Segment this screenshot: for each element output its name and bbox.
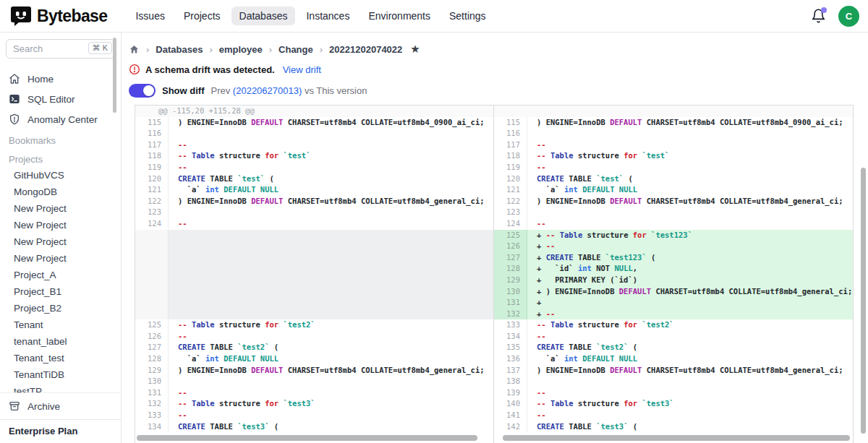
nav-item-instances[interactable]: Instances bbox=[298, 7, 357, 25]
line-number: 118 bbox=[494, 150, 527, 162]
line-number bbox=[135, 230, 169, 241]
sidebar-nav: Home SQL Editor Anomaly Center bbox=[0, 69, 121, 129]
code-line: `a` int DEFAULT NULL bbox=[169, 353, 493, 365]
nav-item-settings[interactable]: Settings bbox=[441, 7, 494, 25]
sidebar-project-item[interactable]: Project_A bbox=[0, 267, 121, 283]
nav-item-issues[interactable]: Issues bbox=[127, 7, 172, 25]
code-line: -- bbox=[169, 387, 493, 399]
sidebar-project-item[interactable]: GitHubVCS bbox=[0, 167, 121, 184]
top-navbar: Bytebase IssuesProjectsDatabasesInstance… bbox=[0, 0, 868, 33]
sidebar-project-item[interactable]: New Project bbox=[0, 250, 121, 267]
view-drift-link[interactable]: View drift bbox=[283, 64, 321, 75]
diff-code-row: 117-- bbox=[135, 139, 493, 151]
line-number bbox=[135, 309, 169, 320]
diff-code-row: 131-- bbox=[135, 387, 493, 399]
sidebar-bottom: Archive bbox=[0, 392, 121, 419]
breadcrumb-home-icon[interactable] bbox=[129, 44, 140, 55]
sidebar-item-label: Home bbox=[27, 74, 54, 85]
code-line bbox=[527, 128, 853, 139]
sidebar-section-bookmarks: Bookmarks bbox=[0, 129, 121, 148]
diff-panel-previous: @@ -115,20 +115,28 @@115) ENGINE=InnoDB … bbox=[135, 106, 494, 443]
breadcrumb-separator: › bbox=[146, 44, 149, 55]
sidebar-project-item[interactable]: MongoDB bbox=[0, 184, 121, 200]
code-line: CREATE TABLE `test3` ( bbox=[169, 421, 493, 433]
nav-item-projects[interactable]: Projects bbox=[176, 7, 229, 25]
star-icon[interactable]: ★ bbox=[410, 43, 420, 56]
diff-code-row: 123 bbox=[494, 207, 853, 218]
sidebar-project-item[interactable]: New Project bbox=[0, 200, 121, 217]
sidebar-item-label: Archive bbox=[27, 401, 60, 412]
line-number: 121 bbox=[494, 184, 527, 196]
diff-code-row: 118-- Table structure for `test` bbox=[135, 150, 493, 162]
breadcrumb-separator: › bbox=[269, 44, 272, 55]
breadcrumb-item[interactable]: 20221202074022 bbox=[329, 44, 402, 55]
sidebar-item-archive[interactable]: Archive bbox=[0, 396, 121, 416]
breadcrumb-item[interactable]: Change bbox=[278, 44, 313, 55]
diff-code-row: 136 `a` int DEFAULT NULL bbox=[494, 353, 853, 365]
code-line: -- bbox=[169, 410, 493, 421]
breadcrumb-separator: › bbox=[320, 44, 323, 55]
line-number: 126 bbox=[494, 241, 527, 252]
prev-version-link[interactable]: (202206270013) bbox=[233, 85, 302, 96]
diff-code-row: 120CREATE TABLE `test` ( bbox=[494, 173, 853, 185]
sidebar-project-item[interactable]: Project_B1 bbox=[0, 283, 121, 300]
line-number: 115 bbox=[135, 117, 169, 129]
breadcrumb-item[interactable]: employee bbox=[219, 44, 263, 55]
code-line: -- Table structure for `test2` bbox=[527, 319, 853, 331]
line-number: 129 bbox=[135, 365, 169, 377]
breadcrumb-item[interactable]: Databases bbox=[156, 44, 203, 55]
sidebar-project-item[interactable]: tenant_label bbox=[0, 333, 121, 350]
code-line: + -- bbox=[527, 241, 853, 252]
sidebar-project-item[interactable]: TenantTiDB bbox=[0, 366, 121, 383]
line-number bbox=[135, 263, 169, 275]
anomaly-center-icon bbox=[9, 113, 20, 125]
diff-code-row: 140-- Table structure for `test3` bbox=[494, 398, 853, 410]
line-number: 129 bbox=[494, 275, 527, 286]
diff-code-row: 122) ENGINE=InnoDB DEFAULT CHARSET=utf8m… bbox=[494, 196, 853, 207]
line-number bbox=[135, 297, 169, 309]
sidebar-project-item[interactable]: Project_B2 bbox=[0, 300, 121, 317]
sidebar-item-home[interactable]: Home bbox=[0, 69, 121, 89]
line-number: 126 bbox=[135, 331, 169, 343]
line-number: 120 bbox=[494, 173, 527, 185]
sidebar-project-item[interactable]: Tenant bbox=[0, 317, 121, 333]
diff-code-row: 123 bbox=[135, 207, 493, 218]
show-diff-toggle[interactable] bbox=[129, 84, 156, 98]
code-line: `a` int DEFAULT NULL bbox=[527, 353, 853, 365]
code-line: -- Table structure for `test` bbox=[169, 150, 493, 162]
sidebar-project-item[interactable]: New Project bbox=[0, 233, 121, 250]
diff-code-row: 132-- Table structure for `test3` bbox=[135, 398, 493, 410]
code-line: CREATE TABLE `test` ( bbox=[169, 173, 493, 185]
notifications-button[interactable] bbox=[811, 8, 827, 24]
avatar[interactable]: C bbox=[838, 6, 859, 27]
diff-code-row: 120CREATE TABLE `test` ( bbox=[135, 173, 493, 185]
brand-name: Bytebase bbox=[37, 7, 107, 26]
diff-code-row: 121 `a` int DEFAULT NULL bbox=[135, 184, 493, 196]
code-line bbox=[169, 252, 493, 264]
horizontal-scrollbar-left[interactable] bbox=[135, 433, 493, 443]
diff-code-row: 134CREATE TABLE `test3` ( bbox=[135, 421, 493, 433]
line-number: 131 bbox=[494, 297, 527, 309]
code-line: ) ENGINE=InnoDB DEFAULT CHARSET=utf8mb4 … bbox=[527, 196, 853, 207]
line-number: 125 bbox=[135, 319, 169, 331]
brand[interactable]: Bytebase bbox=[10, 5, 107, 27]
sidebar-project-item[interactable]: testTP bbox=[0, 383, 121, 392]
line-number: 140 bbox=[494, 398, 527, 410]
line-number: 128 bbox=[135, 353, 169, 365]
sidebar-sections: BookmarksProjectsGitHubVCSMongoDBNew Pro… bbox=[0, 129, 121, 392]
horizontal-scrollbar-right[interactable] bbox=[494, 433, 853, 443]
main-vertical-scrollbar[interactable] bbox=[861, 168, 866, 434]
nav-item-environments[interactable]: Environments bbox=[360, 7, 438, 25]
sidebar-item-anomaly-center[interactable]: Anomaly Center bbox=[0, 109, 121, 129]
diff-added-row: 132+ -- bbox=[494, 309, 853, 320]
sidebar-scrollbar[interactable] bbox=[113, 38, 116, 113]
sidebar-item-sql-editor[interactable]: SQL Editor bbox=[0, 89, 121, 109]
sidebar-project-item[interactable]: New Project bbox=[0, 217, 121, 233]
sidebar-project-item[interactable]: Tenant_test bbox=[0, 350, 121, 366]
diff-added-row: 125+ -- Table structure for `test123` bbox=[494, 230, 853, 241]
diff-toolbar: Show diff Prev (202206270013) vs This ve… bbox=[129, 83, 868, 98]
diff-code-row: 134-- bbox=[494, 331, 853, 343]
nav-item-databases[interactable]: Databases bbox=[231, 7, 296, 25]
line-number: 134 bbox=[135, 421, 169, 433]
alert-text: A schema drift was detected. bbox=[145, 64, 275, 75]
